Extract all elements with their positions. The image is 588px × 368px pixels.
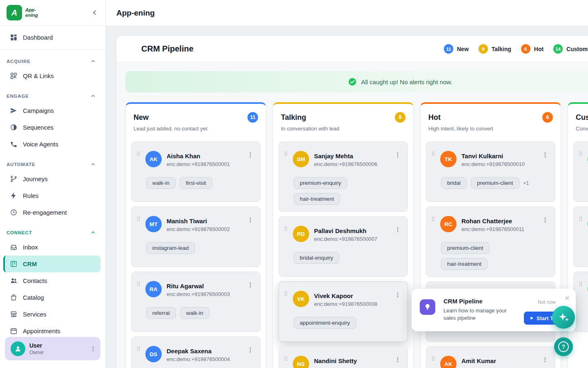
lead-card[interactable]: TK Tanvi Kulkarni enc:demo:+919876500010 [426, 141, 555, 202]
sidebar-collapse-icon[interactable] [91, 9, 99, 17]
sidebar-item-re-engagement[interactable]: Re-engagement [0, 204, 105, 221]
sidebar-item-rules[interactable]: Rules [0, 187, 105, 204]
sidebar-item-sequences[interactable]: Sequences [0, 119, 105, 136]
close-icon[interactable] [564, 295, 570, 301]
drag-handle-icon[interactable] [430, 354, 436, 363]
play-icon [529, 316, 534, 321]
kebab-menu-icon[interactable] [394, 227, 401, 233]
kebab-menu-icon[interactable] [247, 152, 254, 158]
kebab-menu-icon[interactable] [394, 292, 401, 298]
drag-handle-icon[interactable] [283, 149, 289, 158]
avatar: VK [293, 291, 309, 307]
drag-handle-icon[interactable] [283, 354, 289, 363]
sidebar-item-label: Contacts [23, 277, 47, 284]
section-title-label: CONNECT [7, 230, 32, 235]
sidebar-item-crm[interactable]: CRM [3, 256, 100, 272]
bag-icon [10, 294, 18, 301]
logo-icon: A [7, 5, 22, 20]
contrast-icon [10, 123, 18, 131]
kebab-menu-icon[interactable] [542, 152, 548, 158]
lead-card[interactable]: VK Vivek Kapoor enc:demo:+919876500008 [278, 281, 408, 342]
user-role: Owner [29, 350, 44, 355]
column-count-badge: 6 [542, 112, 553, 123]
sidebar-item-campaigns[interactable]: Campaigns [0, 102, 105, 119]
kebab-menu-icon[interactable] [542, 217, 548, 223]
stage-label: New [457, 46, 469, 52]
lead-card[interactable]: SM Sanjay Mehta enc:demo:+919876500006 [278, 141, 408, 212]
kebab-menu-icon[interactable] [394, 152, 401, 158]
column-new: New 11 Lead just added, no contact yet A… [125, 102, 266, 368]
lead-card[interactable]: PD Pallavi Deshmukh enc:demo:+9198765000… [278, 216, 408, 277]
kebab-menu-icon[interactable] [247, 217, 254, 223]
avatar: DS [145, 346, 162, 362]
sidebar-item-journeys[interactable]: Journeys [0, 171, 105, 187]
drag-handle-icon[interactable] [136, 214, 141, 223]
lead-contact: enc:demo:+919876500007 [314, 236, 394, 242]
lead-contact: enc:demo:+919876500001 [167, 161, 247, 167]
lead-card[interactable]: AK Amit Kumar [426, 346, 555, 368]
column-count-badge: 11 [247, 112, 258, 123]
kebab-menu-icon[interactable] [394, 357, 401, 363]
lead-card[interactable]: AK Aisha Khan enc:demo:+919876500001 [131, 141, 261, 202]
tag-list: appointment-enquiry [294, 317, 391, 329]
sidebar: A App-ening Dashboard ACQUIRE QR & Links… [0, 0, 106, 368]
sidebar-item-services[interactable]: Services [0, 306, 105, 323]
column-subtitle: Lead just added, no contact yet [134, 126, 258, 141]
drag-handle-icon[interactable] [430, 149, 436, 158]
drag-handle-icon[interactable] [136, 149, 141, 158]
tag: bridal-enquiry [294, 252, 339, 264]
phone-icon [10, 140, 18, 148]
drag-handle-icon[interactable] [283, 289, 289, 298]
lead-card[interactable]: NS Nandini Shetty [278, 346, 408, 368]
user-kebab-icon[interactable] [90, 346, 96, 352]
avatar: AK [440, 356, 457, 368]
avatar: SM [293, 151, 309, 167]
section-title-label: ENGAGE [7, 94, 29, 99]
section-connect[interactable]: CONNECT [0, 227, 105, 239]
drag-handle-icon[interactable] [136, 279, 141, 288]
sidebar-item-dashboard[interactable]: Dashboard [0, 29, 105, 46]
lead-card[interactable]: MT Manish Tiwari enc:demo:+919876500002 [131, 206, 261, 267]
drag-handle-icon[interactable] [578, 149, 584, 158]
sidebar-item-catalog[interactable]: Catalog [0, 289, 105, 306]
lead-card[interactable] [573, 206, 588, 267]
drag-handle-icon[interactable] [136, 344, 141, 353]
lead-name: Pallavi Deshmukh [314, 227, 394, 234]
sidebar-item-voice-agents[interactable]: Voice Agents [0, 136, 105, 153]
avatar: AK [145, 151, 162, 167]
lead-name: Sanjay Mehta [314, 153, 394, 159]
sidebar-item-label: CRM [23, 260, 37, 267]
sidebar-item-inbox[interactable]: Inbox [0, 239, 105, 256]
sidebar-item-label: Campaigns [23, 107, 54, 114]
qr-icon [10, 72, 18, 80]
kebab-menu-icon[interactable] [247, 282, 254, 288]
ai-assistant-fab[interactable] [552, 306, 575, 329]
lead-card[interactable]: DS Deepak Saxena enc:demo:+919876500004 [131, 337, 261, 368]
kebab-menu-icon[interactable] [542, 357, 548, 363]
lead-card[interactable]: RC Rohan Chatterjee enc:demo:+9198765000… [426, 206, 555, 277]
check-circle-icon [348, 77, 357, 86]
dashboard-icon [10, 34, 18, 41]
help-fab[interactable]: ? [554, 337, 573, 356]
drag-handle-icon[interactable] [283, 224, 289, 233]
lead-card[interactable] [573, 141, 588, 202]
alert-message: All caught up! No alerts right now. [361, 79, 452, 85]
sidebar-item-contacts[interactable]: Contacts [0, 272, 105, 289]
not-now-link[interactable]: Not now [538, 299, 556, 305]
lightbulb-icon [420, 299, 435, 315]
column-title: Customer [576, 113, 588, 122]
logo-text: App-ening [25, 7, 42, 18]
drag-handle-icon[interactable] [430, 214, 436, 223]
kebab-menu-icon[interactable] [247, 347, 254, 353]
section-engage[interactable]: ENGAGE [0, 90, 105, 102]
lead-card[interactable]: RA Ritu Agarwal enc:demo:+919876500003 [131, 272, 261, 332]
drag-handle-icon[interactable] [578, 279, 584, 288]
user-card[interactable]: User Owner [5, 337, 100, 360]
avatar: TK [440, 151, 457, 167]
drag-handle-icon[interactable] [578, 214, 584, 223]
sidebar-item-qr-links[interactable]: QR & Links [0, 67, 105, 84]
section-title-label: AUTOMATE [7, 162, 36, 167]
section-acquire[interactable]: ACQUIRE [0, 55, 105, 67]
section-automate[interactable]: AUTOMATE [0, 158, 105, 171]
stage-count-badge: 11 [444, 44, 453, 54]
